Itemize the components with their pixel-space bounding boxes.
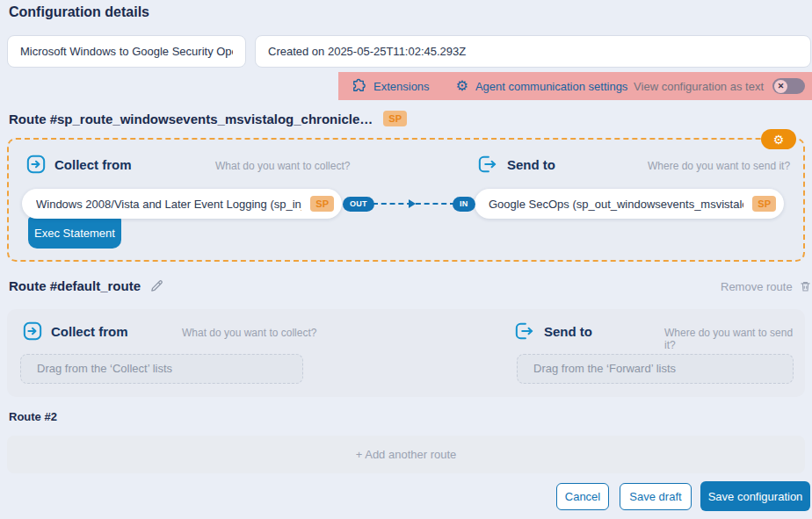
destination-sp-badge: SP — [752, 196, 776, 212]
primary-route-card: ⚙ Collect from What do you want to colle… — [7, 138, 805, 262]
destination-pill[interactable]: Google SecOps (sp_out_windowsevents_msvi… — [475, 189, 784, 219]
collect-drop-zone[interactable]: Drag from the ‘Collect’ lists — [20, 354, 303, 384]
remove-route-button[interactable]: Remove route — [721, 279, 812, 293]
settings-toolbar: Extensions ⚙ Agent communication setting… — [338, 72, 812, 100]
primary-route-title: Route #sp_route_windowsevents_msvistalog… — [9, 112, 373, 126]
extensions-puzzle-icon — [351, 78, 366, 94]
add-another-route-button[interactable]: + Add another route — [7, 436, 805, 473]
collect-from-icon — [23, 321, 42, 341]
extensions-button[interactable]: Extensions — [351, 78, 430, 94]
send-to-icon — [514, 321, 535, 341]
route-2-title: Route #2 — [9, 410, 57, 423]
forward-drop-zone[interactable]: Drag from the ‘Forward’ lists — [517, 354, 794, 384]
cancel-button[interactable]: Cancel — [556, 483, 609, 510]
trash-icon — [799, 279, 812, 293]
default-route-card: Collect from What do you want to collect… — [7, 309, 805, 397]
view-as-text-toggle[interactable]: ✕ — [772, 78, 805, 94]
agent-communication-settings-button[interactable]: ⚙ Agent communication settings — [456, 79, 628, 93]
gear-icon: ⚙ — [456, 79, 468, 93]
out-port-badge: OUT — [343, 197, 374, 212]
page-title: Configuration details — [9, 4, 149, 20]
edit-route-name-icon[interactable] — [149, 278, 164, 293]
configuration-name-input[interactable] — [7, 35, 246, 68]
agent-settings-label: Agent communication settings — [475, 80, 627, 93]
collect-from-label: Collect from — [54, 157, 132, 172]
add-another-route-label: + Add another route — [356, 448, 457, 461]
remove-route-label: Remove route — [721, 280, 793, 293]
collect-from-header: Collect from — [23, 321, 128, 341]
default-route-title: Route #default_route — [9, 278, 141, 293]
in-port-badge: IN — [453, 197, 475, 212]
send-to-label: Send to — [507, 157, 555, 172]
source-pill[interactable]: Windows 2008/Vista and Later Event Loggi… — [22, 189, 342, 219]
configuration-created-input[interactable] — [255, 35, 811, 68]
route-settings-button[interactable]: ⚙ — [761, 129, 796, 149]
send-to-hint: Where do you want to send it? — [648, 160, 790, 172]
connection-arrow-icon — [409, 199, 416, 208]
gear-icon: ⚙ — [773, 133, 785, 146]
exec-statement-button[interactable]: Exec Statement — [28, 217, 121, 249]
extensions-label: Extensions — [373, 80, 430, 93]
destination-label: Google SecOps (sp_out_windowsevents_msvi… — [489, 198, 743, 211]
send-to-header: Send to — [514, 321, 592, 341]
save-configuration-button[interactable]: Save configuration — [700, 481, 810, 511]
collect-from-hint: What do you want to collect? — [215, 160, 350, 172]
send-to-icon — [477, 155, 498, 174]
send-to-label: Send to — [544, 324, 592, 339]
primary-route-header: Route #sp_route_windowsevents_msvistalog… — [9, 111, 407, 126]
default-route-header: Route #default_route — [9, 278, 164, 293]
toggle-off-x-icon: ✕ — [774, 80, 787, 93]
collect-from-label: Collect from — [51, 324, 128, 339]
send-to-header: Send to — [477, 155, 555, 174]
configuration-details-page: Configuration details Extensions ⚙ Agent… — [0, 0, 812, 519]
primary-route-sp-badge: SP — [383, 111, 407, 126]
collect-from-hint: What do you want to collect? — [182, 327, 316, 339]
view-configuration-as-text-label: View configuration as text — [634, 80, 764, 93]
collect-from-icon — [26, 155, 46, 174]
source-sp-badge: SP — [310, 196, 334, 212]
save-draft-button[interactable]: Save draft — [620, 483, 692, 510]
send-to-hint: Where do you want to send it? — [664, 327, 805, 351]
source-label: Windows 2008/Vista and Later Event Loggi… — [36, 198, 301, 211]
collect-from-header: Collect from — [26, 155, 132, 174]
